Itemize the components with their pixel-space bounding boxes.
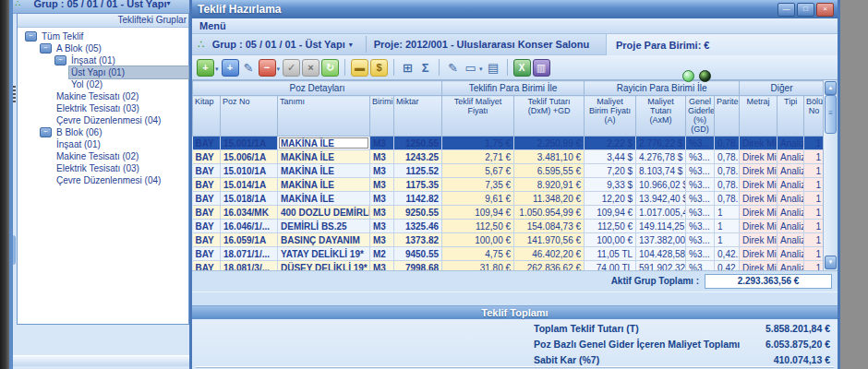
cell: 109,94 €: [442, 206, 514, 220]
column-header[interactable]: Poz No: [221, 96, 278, 137]
chevron-down-icon[interactable]: ▾: [277, 65, 281, 73]
cell: 16.034/MK: [221, 206, 278, 220]
cell: 4,75 €: [442, 247, 514, 261]
table-row[interactable]: BAY16.046/1/...DEMİRLİ BS.25M31325.46112…: [193, 220, 825, 233]
tree-item-a-blok-05-[interactable]: −A Blok (05): [18, 42, 188, 54]
refresh-icon[interactable]: ↻: [321, 59, 339, 77]
scroll-up-button[interactable]: ▲: [825, 81, 837, 95]
excel-export-icon[interactable]: X: [513, 59, 531, 77]
close-button[interactable]: ×: [816, 3, 834, 17]
add-row-icon[interactable]: +: [197, 59, 214, 77]
chevron-down-icon[interactable]: ▾: [166, 0, 170, 7]
money-icon[interactable]: $: [370, 59, 388, 77]
back-grup-selector[interactable]: Grup : 05 / 01 / 01 - Üst Yapı: [20, 0, 166, 9]
tree-item-i-n-aat-01-[interactable]: −İnşaat (01): [18, 54, 188, 66]
table-row[interactable]: BAY15.010/1AMAKİNA İLEM31125.525,67 €6.5…: [193, 164, 825, 178]
minimize-button[interactable]: —: [778, 3, 795, 17]
cell: MAKİNA İLE: [278, 150, 370, 164]
cell: 1175.35: [394, 178, 442, 192]
print-icon[interactable]: ▤: [486, 60, 501, 76]
tree-item--evre-d-zenlenmesi-04-[interactable]: Çevre Düzenlenmesi (04): [18, 114, 188, 126]
tree-item-yol-02-[interactable]: Yol (02): [18, 78, 188, 90]
teklif-hazirlama-window: Teklif Hazırlama —□× Menü ∴ Grup : 05 / …: [189, 0, 840, 369]
cell: %3...: [686, 220, 715, 233]
tree-item-makine-tesisat-02-[interactable]: Makine Tesisatı (02): [18, 150, 188, 162]
cell: 3.481,10 €: [514, 150, 585, 164]
table-row[interactable]: BAY16.034/MK400 DOZLU DEMİRLİM39250.5510…: [193, 206, 825, 220]
collapse-icon[interactable]: −: [40, 127, 52, 137]
maximize-button[interactable]: □: [797, 3, 814, 17]
cell: Analiz: [778, 233, 804, 247]
total-label: Toplam Teklif Tutarı (T): [534, 323, 639, 334]
titlebar[interactable]: Teklif Hazırlama —□×: [192, 0, 838, 18]
cell: 15.018/1A: [221, 192, 278, 206]
column-header[interactable]: Teklif Tutarı (DxM) +GD: [514, 96, 585, 137]
column-header[interactable]: Tanımı: [278, 96, 370, 137]
report-icon[interactable]: ▥: [533, 59, 550, 77]
tree-item-label: Çevre Düzenlenmesi (04): [54, 114, 163, 126]
tree-item-makine-tesisat-02-[interactable]: Makine Tesisatı (02): [18, 90, 188, 102]
chevron-down-icon[interactable]: ▾: [215, 65, 219, 73]
tree-item--st-yap-01-[interactable]: Üst Yapı (01): [18, 66, 188, 78]
table-row[interactable]: BAY15.006/1AMAKİNA İLEM31243.252,71 €3.4…: [193, 150, 825, 164]
vertical-scrollbar[interactable]: ▲ ▼: [823, 80, 838, 270]
cell: Direk Mik...: [740, 164, 778, 178]
table-row[interactable]: BAY15.001/1AMAKİNA İLEM31250.551,75 €2.2…: [193, 137, 825, 150]
column-header[interactable]: Genel Giderler (%) (GD): [686, 96, 715, 137]
column-header[interactable]: Tipi: [778, 96, 804, 137]
cell: 1: [804, 178, 825, 192]
chevron-down-icon[interactable]: ▾: [479, 65, 483, 73]
table-row[interactable]: BAY16.059/1ABASINÇ DAYANIMM31373.82100,0…: [193, 233, 825, 247]
column-header[interactable]: Parite: [715, 96, 740, 137]
screen-edge-strip: [0, 0, 9, 369]
tree-item-elektrik-tesisat-03-[interactable]: Elektrik Tesisatı (03): [18, 102, 188, 114]
tree-item-elektrik-tesisat-03-[interactable]: Elektrik Tesisatı (03): [18, 162, 188, 174]
column-header[interactable]: Teklif Maliyet Fiyatı: [442, 96, 514, 137]
column-header[interactable]: Kitap: [193, 96, 221, 137]
cell: 4.276,78 $: [636, 150, 686, 164]
grup-selector[interactable]: Grup : 05 / 01 / 01 - Üst Yapı: [212, 39, 345, 50]
cell: M3: [370, 220, 394, 233]
scroll-down-button[interactable]: ▼: [825, 256, 837, 269]
tree-item-b-blok-06-[interactable]: −B Blok (06): [18, 126, 188, 138]
tree-item--evre-d-zenlenmesi-04-[interactable]: Çevre Düzenlenmesi (04): [18, 174, 188, 186]
column-header[interactable]: Miktar: [394, 96, 442, 137]
status-power-orb[interactable]: [699, 70, 711, 82]
folder-icon[interactable]: ▭: [463, 60, 478, 76]
column-header[interactable]: Birimi: [370, 96, 394, 137]
scrollbar-thumb[interactable]: [825, 95, 837, 134]
table-row[interactable]: BAY18.071/1/...YATAY DELİKLİ 19*M29450.5…: [193, 247, 825, 261]
active-group-total-value[interactable]: 2.293.363,56 €: [705, 274, 832, 289]
column-header[interactable]: Maliyet Birim Fiyatı (A): [585, 96, 636, 137]
cancel-icon[interactable]: ×: [302, 59, 319, 77]
total-value: 6.053.875,20 €: [766, 339, 830, 350]
delete-row-icon[interactable]: −: [259, 59, 276, 77]
currency-box: Proje Para Birimi: €: [606, 34, 838, 55]
tree-item-t-m-teklif[interactable]: −Tüm Teklif: [18, 30, 188, 42]
table-row[interactable]: BAY15.014/1AMAKİNA İLEM31175.357,35 €8.9…: [193, 178, 825, 192]
cell: Analiz: [778, 247, 804, 261]
insert-row-icon[interactable]: +: [222, 59, 239, 77]
status-green-orb[interactable]: [682, 70, 694, 82]
edit-row-icon[interactable]: ✎: [241, 60, 257, 76]
note-icon[interactable]: ▬: [351, 59, 368, 77]
collapse-icon[interactable]: −: [40, 43, 52, 54]
scrollbar-thumb[interactable]: [10, 235, 16, 265]
status-orbs: [682, 70, 711, 82]
table-row[interactable]: BAY15.018/1AMAKİNA İLEM31142.829,61 €11.…: [193, 192, 825, 206]
sum-icon[interactable]: Σ: [417, 60, 433, 76]
copy-icon[interactable]: ⊞: [400, 60, 416, 76]
column-header[interactable]: Bölüm No: [804, 96, 825, 137]
cell: 9250.55: [394, 206, 442, 220]
collapse-icon[interactable]: −: [25, 31, 37, 42]
cell: 12,20 $: [585, 192, 636, 206]
column-header[interactable]: Metraj: [740, 96, 778, 137]
column-header[interactable]: Maliyet Tutarı (AxM): [636, 96, 686, 137]
menu-item-menu[interactable]: Menü: [192, 20, 234, 31]
tree-item-i-n-aat-01-[interactable]: İnşaat (01): [18, 138, 188, 150]
confirm-icon[interactable]: ✓: [283, 59, 300, 77]
collapse-icon[interactable]: −: [54, 55, 66, 65]
chevron-down-icon[interactable]: ▾: [345, 41, 358, 49]
analysis-icon[interactable]: ✎: [445, 60, 461, 76]
cell: BAY: [193, 247, 221, 261]
